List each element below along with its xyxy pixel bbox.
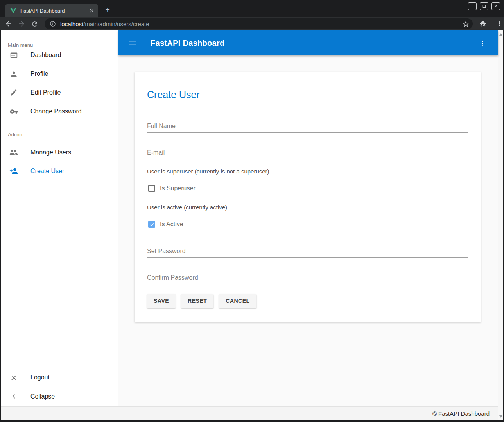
site-info-icon[interactable]: [49, 20, 56, 27]
sidebar-divider: [1, 124, 118, 124]
form-buttons: SAVE RESET CANCEL: [147, 294, 468, 308]
vue-favicon-icon: [10, 8, 16, 13]
sidebar-section-main-menu: Main menu: [1, 30, 118, 41]
checkbox-checked-icon[interactable]: [148, 221, 155, 228]
sidebar-item-manage-users[interactable]: Manage Users: [1, 143, 118, 162]
url-host: localhost: [60, 21, 83, 27]
set-password-placeholder: Set Password: [147, 247, 468, 255]
is-active-checkbox[interactable]: Is Active: [147, 220, 468, 228]
app-footer: © FastAPI Dashboard: [1, 406, 498, 420]
sidebar-item-label: Dashboard: [30, 52, 61, 59]
sidebar-item-create-user[interactable]: Create User: [1, 162, 118, 181]
browser-titlebar: FastAPI Dashboard +: [0, 0, 504, 17]
sidebar-item-label: Change Password: [30, 108, 82, 115]
sidebar: Main menu Dashboard Profile: [1, 30, 118, 406]
set-password-field[interactable]: Set Password: [147, 247, 468, 258]
app-bar: FastAPI Dashboard: [118, 30, 498, 55]
hamburger-menu-icon[interactable]: [128, 38, 137, 48]
active-note: User is active (currently active): [147, 204, 468, 211]
forward-icon[interactable]: [17, 19, 26, 29]
email-placeholder: E-mail: [147, 149, 468, 156]
confirm-password-field[interactable]: Confirm Password: [147, 274, 468, 284]
chevron-left-icon: [9, 392, 18, 401]
email-field[interactable]: E-mail: [147, 149, 468, 159]
tab-close-icon[interactable]: [88, 7, 95, 14]
window-maximize-button[interactable]: [480, 2, 488, 10]
save-button[interactable]: SAVE: [147, 294, 176, 308]
sidebar-item-change-password[interactable]: Change Password: [1, 102, 118, 121]
cancel-button[interactable]: CANCEL: [219, 294, 256, 308]
app-menu-icon[interactable]: [478, 38, 487, 48]
url-text: localhost/main/admin/users/create: [60, 21, 462, 27]
main-content: Create User Full Name E-mail User is sup…: [118, 55, 498, 406]
tab-title: FastAPI Dashboard: [20, 8, 88, 14]
sidebar-item-label: Manage Users: [30, 149, 71, 156]
sidebar-item-label: Profile: [30, 70, 48, 77]
create-user-card: Create User Full Name E-mail User is sup…: [135, 72, 481, 322]
is-superuser-checkbox[interactable]: Is Superuser: [147, 184, 468, 192]
reload-icon[interactable]: [30, 19, 39, 29]
browser-menu-icon[interactable]: [495, 19, 504, 29]
checkbox-unchecked-icon[interactable]: [148, 185, 155, 192]
dashboard-icon: [9, 50, 18, 60]
full-name-placeholder: Full Name: [147, 122, 468, 130]
browser-toolbar: localhost/main/admin/users/create: [0, 17, 504, 30]
confirm-password-placeholder: Confirm Password: [147, 274, 468, 281]
bookmark-star-icon[interactable]: [462, 20, 470, 28]
pencil-icon: [9, 88, 18, 97]
key-icon: [9, 107, 18, 116]
superuser-note: User is superuser (currently is not a su…: [147, 168, 468, 175]
url-path: /main/admin/users/create: [83, 21, 149, 27]
sidebar-item-profile[interactable]: Profile: [1, 64, 118, 83]
person-icon: [9, 69, 18, 79]
is-superuser-label: Is Superuser: [160, 185, 196, 192]
scrollbar-up-icon[interactable]: [499, 33, 502, 36]
incognito-icon: [478, 19, 488, 29]
back-icon[interactable]: [4, 19, 13, 29]
copyright-text: © FastAPI Dashboard: [432, 410, 490, 417]
sidebar-bottom: Logout Collapse: [1, 368, 118, 406]
page-title: Create User: [147, 89, 468, 100]
window-minimize-button[interactable]: [468, 2, 477, 10]
sidebar-item-label: Create User: [30, 168, 64, 175]
sidebar-item-logout[interactable]: Logout: [1, 368, 118, 387]
is-active-label: Is Active: [160, 221, 183, 228]
window-close-button[interactable]: [491, 2, 500, 10]
page-scrollbar[interactable]: [498, 30, 503, 420]
new-tab-button[interactable]: +: [102, 5, 113, 15]
app-title: FastAPI Dashboard: [151, 39, 225, 48]
sidebar-section-admin: Admin: [1, 131, 118, 139]
sidebar-item-collapse[interactable]: Collapse: [1, 387, 118, 406]
person-add-icon: [9, 166, 18, 176]
sidebar-item-edit-profile[interactable]: Edit Profile: [1, 83, 118, 102]
sidebar-item-label: Logout: [30, 374, 50, 381]
sidebar-item-label: Edit Profile: [30, 89, 61, 96]
people-icon: [9, 148, 18, 157]
address-bar[interactable]: localhost/main/admin/users/create: [45, 18, 473, 29]
scrollbar-down-icon[interactable]: [499, 415, 502, 418]
browser-window: FastAPI Dashboard +: [0, 0, 504, 422]
page-content: Main menu Dashboard Profile: [1, 30, 503, 420]
reset-button[interactable]: RESET: [181, 294, 213, 308]
close-icon: [9, 373, 18, 382]
full-name-field[interactable]: Full Name: [147, 122, 468, 133]
sidebar-item-label: Collapse: [30, 393, 55, 400]
browser-tab[interactable]: FastAPI Dashboard: [5, 4, 98, 17]
